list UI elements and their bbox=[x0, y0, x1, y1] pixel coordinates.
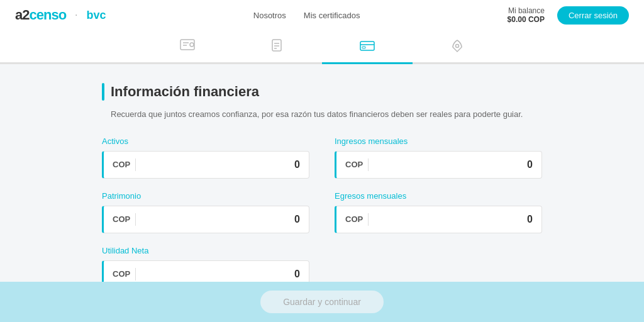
utilidad-value: 0 bbox=[143, 269, 300, 280]
section-title-bar: Información financiera bbox=[102, 83, 542, 101]
patrimonio-input[interactable]: COP 0 bbox=[102, 206, 309, 233]
logo: a2censo bbox=[15, 7, 66, 23]
tab-personal[interactable] bbox=[142, 30, 233, 64]
nav-nosotros[interactable]: Nosotros bbox=[253, 11, 286, 20]
logo-bvc: bvc bbox=[87, 9, 106, 22]
tab-personal-icon bbox=[180, 39, 195, 55]
tab-financial-icon bbox=[360, 39, 375, 55]
activos-input[interactable]: COP 0 bbox=[102, 151, 309, 179]
fields-grid: Activos COP 0 Ingresos mensuales COP 0 P… bbox=[102, 136, 542, 288]
utilidad-divider bbox=[135, 268, 136, 280]
footer: Guardar y continuar bbox=[0, 282, 644, 322]
balance-value: $0.00 COP bbox=[508, 15, 545, 24]
tab-launch[interactable] bbox=[413, 30, 502, 64]
activos-label: Activos bbox=[102, 136, 309, 146]
tab-documents-icon bbox=[270, 39, 284, 56]
tab-launch-icon bbox=[450, 39, 464, 56]
patrimonio-value: 0 bbox=[143, 214, 300, 225]
egresos-label: Egresos mensuales bbox=[335, 191, 542, 201]
ingresos-currency: COP bbox=[345, 160, 363, 169]
main-content: Información financiera Recuerda que junt… bbox=[39, 64, 605, 301]
guardar-continuar-button[interactable]: Guardar y continuar bbox=[260, 291, 384, 313]
cerrar-sesion-button[interactable]: Cerrar sesión bbox=[557, 6, 629, 25]
nav-certificados[interactable]: Mis certificados bbox=[304, 11, 360, 20]
activos-currency: COP bbox=[113, 160, 130, 169]
field-activos: Activos COP 0 bbox=[102, 136, 309, 179]
field-patrimonio: Patrimonio COP 0 bbox=[102, 191, 309, 233]
egresos-currency: COP bbox=[345, 214, 363, 224]
utilidad-label: Utilidad Neta bbox=[102, 246, 309, 255]
field-egresos: Egresos mensuales COP 0 bbox=[335, 191, 542, 233]
egresos-input[interactable]: COP 0 bbox=[335, 206, 542, 233]
ingresos-value: 0 bbox=[376, 159, 533, 170]
balance-info: Mi balance $0.00 COP bbox=[508, 6, 545, 24]
activos-divider bbox=[135, 158, 136, 171]
header-right: Mi balance $0.00 COP Cerrar sesión bbox=[508, 6, 629, 25]
ingresos-divider bbox=[368, 158, 369, 171]
logo-separator: · bbox=[75, 9, 77, 21]
svg-rect-8 bbox=[360, 42, 374, 50]
patrimonio-label: Patrimonio bbox=[102, 191, 309, 201]
field-ingresos: Ingresos mensuales COP 0 bbox=[335, 136, 542, 179]
section-description: Recuerda que juntos creamos confianza, p… bbox=[111, 108, 542, 121]
activos-value: 0 bbox=[143, 159, 300, 170]
progress-tabs bbox=[0, 30, 644, 64]
logo-area: a2censo · bvc bbox=[15, 7, 106, 23]
tab-documents[interactable] bbox=[233, 30, 322, 64]
utilidad-currency: COP bbox=[113, 269, 130, 279]
section-title: Información financiera bbox=[111, 84, 259, 100]
patrimonio-currency: COP bbox=[113, 214, 130, 224]
ingresos-label: Ingresos mensuales bbox=[335, 136, 542, 146]
nav: Nosotros Mis certificados bbox=[253, 11, 360, 20]
balance-label: Mi balance bbox=[508, 6, 545, 15]
patrimonio-divider bbox=[135, 213, 136, 226]
ingresos-input[interactable]: COP 0 bbox=[335, 151, 542, 179]
header: a2censo · bvc Nosotros Mis certificados … bbox=[0, 0, 644, 30]
svg-point-11 bbox=[456, 45, 459, 48]
svg-point-3 bbox=[190, 43, 194, 47]
svg-rect-0 bbox=[180, 40, 194, 50]
title-accent bbox=[102, 83, 104, 101]
tab-financial[interactable] bbox=[322, 30, 413, 64]
svg-rect-10 bbox=[362, 47, 365, 48]
egresos-value: 0 bbox=[376, 214, 533, 225]
egresos-divider bbox=[368, 213, 369, 226]
svg-rect-4 bbox=[272, 40, 281, 51]
